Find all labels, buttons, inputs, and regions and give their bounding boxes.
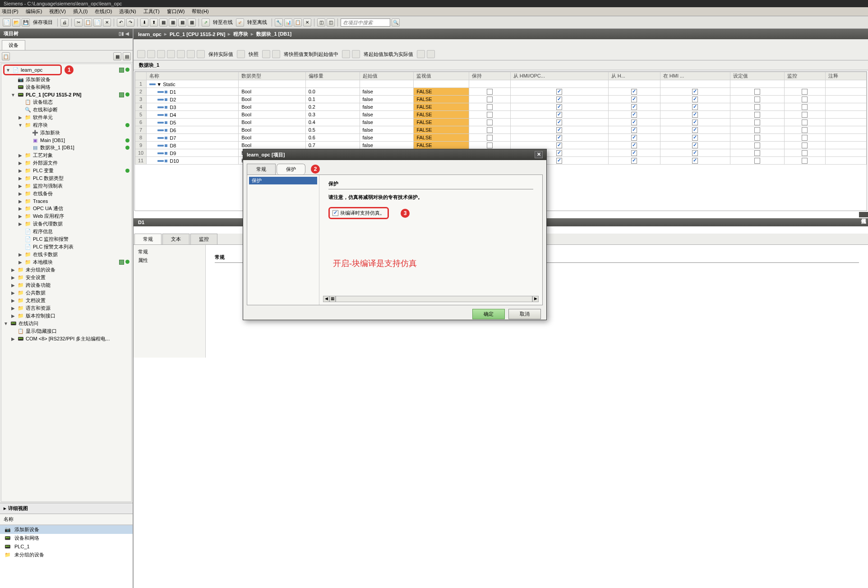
type-cell[interactable]: Bool [239,111,306,119]
tree-node[interactable]: ▶📁PLC 数据类型 [1,175,131,182]
go-offline-icon[interactable]: ⇙ [236,18,244,27]
hmi1-cell[interactable] [510,88,608,96]
start-cell[interactable] [360,80,414,88]
etb-icon-11[interactable] [342,50,350,58]
hmi2-cell[interactable] [608,149,660,157]
type-cell[interactable]: Bool [239,134,306,142]
save-icon[interactable]: 💾 [22,18,30,27]
expand-icon[interactable]: ▶ [18,260,23,265]
hmi2-cell[interactable] [608,111,660,119]
name-cell[interactable]: D4 [147,111,239,119]
tree-node[interactable]: 📟设备和网络 [1,83,131,91]
table-row[interactable]: 1 ▼ Static [135,80,867,88]
etb-icon-3[interactable] [157,50,165,58]
open-icon[interactable]: 📂 [12,18,20,27]
checkbox[interactable] [692,104,698,110]
expand-icon[interactable]: ▶ [10,336,16,341]
offset-cell[interactable]: 0.7 [305,142,360,149]
tb-icon-1[interactable]: ▦ [159,18,167,27]
cut-icon[interactable]: ✂ [74,18,83,27]
expand-icon[interactable]: ▶ [10,313,16,318]
monitor-cell[interactable]: FALSE [414,88,469,96]
comment-cell[interactable] [825,103,866,111]
monitor-cell[interactable]: FALSE [414,126,469,134]
tree-node[interactable]: ▤数据块_1 [DB1] [1,144,131,152]
print-icon[interactable]: 🖨 [60,18,69,27]
expand-icon[interactable]: ▼ [5,68,11,73]
checkbox[interactable] [692,135,698,141]
simulation-checkbox[interactable] [332,210,338,216]
tb-icon-9[interactable]: ◫ [317,18,325,27]
type-cell[interactable]: Bool [239,96,306,103]
hmi3-cell[interactable] [660,126,730,134]
expand-icon[interactable]: ▸ [4,505,6,511]
table-row[interactable]: 4 D3Bool0.2falseFALSE [135,103,867,111]
table-row[interactable]: 9 D8Bool0.7falseFALSE [135,142,867,149]
breadcrumb-item[interactable]: 数据块_1 [DB1] [256,31,291,37]
checkbox[interactable] [556,89,562,95]
checkbox[interactable] [754,158,760,164]
checkbox[interactable] [631,112,637,118]
tree-node[interactable]: ▼📟在线访问 [1,320,131,327]
menu-item[interactable]: 工具(T) [143,8,160,15]
row-number[interactable]: 6 [135,119,147,126]
detail-view-header[interactable]: ▸ 详细视图 [0,503,133,514]
expand-icon[interactable]: ▶ [18,115,23,120]
keep-cell[interactable] [469,88,510,96]
tree-node[interactable]: ▶📁软件单元 [1,114,131,121]
checkbox[interactable] [802,112,808,118]
detail-list[interactable]: 📷添加新设备📟设备和网络📟PLC_1📁未分组的设备 [0,525,133,588]
keep-cell[interactable] [469,103,510,111]
row-number[interactable]: 11 [135,157,147,165]
checkbox[interactable] [487,104,493,110]
cancel-button[interactable]: 取消 [508,309,541,319]
start-cell[interactable]: false [360,111,414,119]
monitor-cell[interactable]: FALSE [414,111,469,119]
hmi3-cell[interactable] [660,80,730,88]
column-header[interactable]: 在 HMI ... [660,72,730,80]
tree-node[interactable]: ▶📁版本控制接口 [1,312,131,320]
row-number[interactable]: 2 [135,88,147,96]
hmi3-cell[interactable] [660,134,730,142]
dialog-tab-protection[interactable]: 保护 [277,164,305,175]
expand-icon[interactable]: ▶ [18,176,23,181]
name-cell[interactable]: D5 [147,119,239,126]
panel-collapse-icon[interactable]: ▯▮ ◀ [119,31,129,36]
hmi3-cell[interactable] [660,103,730,111]
hmi2-cell[interactable] [608,88,660,96]
checkbox[interactable] [692,158,698,164]
table-row[interactable]: 5 D4Bool0.3falseFALSE [135,111,867,119]
menu-item[interactable]: 选项(N) [119,8,136,15]
monitor-cell[interactable]: FALSE [414,96,469,103]
checkbox[interactable] [556,142,562,148]
name-cell[interactable]: D1 [147,88,239,96]
monitor-cell[interactable]: FALSE [414,142,469,149]
hmi2-cell[interactable] [608,142,660,149]
sup-cell[interactable] [784,157,825,165]
checkbox[interactable] [487,142,493,148]
checkbox[interactable] [487,112,493,118]
column-header[interactable]: 偏移量 [305,72,360,80]
sup-cell[interactable] [784,96,825,103]
expand-icon[interactable]: ▶ [18,153,23,158]
hmi1-cell[interactable] [510,119,608,126]
search-icon[interactable]: 🔍 [392,18,400,27]
menu-item[interactable]: 窗口(W) [167,8,185,15]
hmi3-cell[interactable] [660,142,730,149]
tree-node[interactable]: ▶📁工艺对象 [1,152,131,159]
checkbox[interactable] [631,127,637,133]
checkbox[interactable] [631,89,637,95]
sup-cell[interactable] [784,149,825,157]
tree-node[interactable]: 📄程序信息 [1,228,131,235]
checkbox[interactable] [802,104,808,110]
comment-cell[interactable] [825,119,866,126]
sup-cell[interactable] [784,111,825,119]
sup-cell[interactable] [784,142,825,149]
keep-cell[interactable] [469,96,510,103]
scroll-left-icon[interactable]: ◀ [323,296,329,302]
checkbox[interactable] [556,127,562,133]
checkbox[interactable] [692,112,698,118]
tree-node[interactable]: ▶📁跨设备功能 [1,281,131,289]
checkbox[interactable] [802,119,808,125]
devices-tab[interactable]: 设备 [2,40,25,50]
